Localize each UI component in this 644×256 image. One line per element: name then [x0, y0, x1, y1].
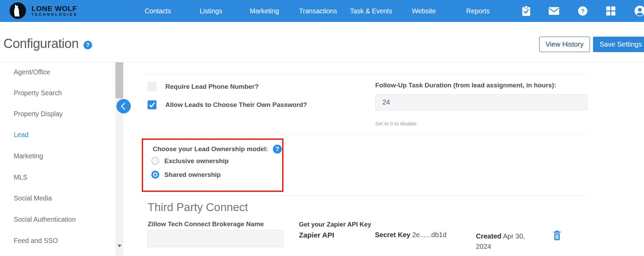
exclusive-ownership-radio[interactable] [151, 157, 159, 165]
apps-grid-icon[interactable] [606, 7, 616, 16]
followup-duration-input[interactable] [375, 94, 588, 110]
require-phone-checkbox[interactable] [148, 82, 156, 91]
svg-text:?: ? [581, 8, 584, 14]
page-title-text: Configuration [3, 36, 79, 51]
lead-settings-content: Require Lead Phone Number? Allow Leads t… [143, 62, 588, 256]
ownership-highlight-box: Choose your Lead Ownership model: ? Excl… [142, 138, 283, 192]
nav-item-reports[interactable]: Reports [466, 0, 490, 22]
created-label: Created [476, 232, 501, 240]
checkmark-icon [148, 101, 156, 109]
sidebar-item-social-media[interactable]: Social Media [14, 194, 52, 202]
followup-duration-label: Follow-Up Task Duration (from lead assig… [375, 82, 556, 89]
top-nav-bar: LONE WOLF TECHNOLOGIES Contacts Listings… [0, 0, 644, 22]
ownership-help-icon[interactable]: ? [273, 145, 282, 154]
logo-text: LONE WOLF TECHNOLOGIES [31, 5, 77, 17]
sidebar-item-property-search[interactable]: Property Search [14, 89, 62, 97]
lone-wolf-logo[interactable]: LONE WOLF TECHNOLOGIES [10, 2, 77, 19]
nav-item-marketing[interactable]: Marketing [250, 0, 279, 22]
configuration-page: LONE WOLF TECHNOLOGIES Contacts Listings… [0, 0, 644, 256]
sidebar-item-feed-sso[interactable]: Feed and SSO [14, 237, 58, 245]
allow-password-checkbox[interactable] [148, 100, 156, 109]
exclusive-ownership-option[interactable]: Exclusive ownership [151, 157, 229, 165]
page-header: Configuration ? View History Save Settin… [0, 22, 644, 62]
page-title: Configuration ? [3, 36, 92, 51]
allow-password-label[interactable]: Allow Leads to Choose Their Own Password… [165, 101, 307, 109]
view-history-button[interactable]: View History [539, 37, 590, 52]
radio-dot [154, 173, 156, 176]
third-party-connect-heading: Third Party Connect [148, 201, 248, 214]
chevron-left-icon [117, 100, 130, 113]
account-icon[interactable] [634, 5, 644, 16]
section-divider [143, 74, 588, 75]
zapier-created: Created Apr 30, 2024 [476, 231, 536, 252]
wolf-logo-icon [10, 2, 26, 19]
zillow-brokerage-input[interactable] [147, 230, 283, 247]
followup-duration-help: Set to 0 to disable. [375, 121, 418, 126]
zapier-api-name: Zapier API [299, 231, 375, 239]
logo-line2: TECHNOLOGIES [31, 12, 77, 17]
nav-item-transactions[interactable]: Transactions [299, 0, 337, 22]
delete-zapier-key-button[interactable] [553, 230, 561, 241]
sidebar-item-agent-office[interactable]: Agent/Office [14, 68, 50, 76]
zapier-api-key-link[interactable]: Get your Zapier API Key [299, 221, 371, 228]
require-phone-row[interactable]: Require Lead Phone Number? [148, 82, 258, 91]
sidebar-item-lead[interactable]: Lead [14, 131, 28, 139]
sidebar-item-property-display[interactable]: Property Display [14, 110, 63, 118]
configuration-help-icon[interactable]: ? [84, 41, 92, 49]
require-phone-label[interactable]: Require Lead Phone Number? [165, 83, 258, 90]
radio-inner-ring [153, 172, 157, 177]
trash-icon [553, 230, 561, 241]
zapier-secret-key: Secret Key 2e......db1d [375, 231, 476, 239]
ownership-model-label: Choose your Lead Ownership model: [153, 145, 268, 153]
zapier-api-row: Zapier API Secret Key 2e......db1d Creat… [299, 231, 588, 252]
logo-line1: LONE WOLF [31, 5, 77, 12]
allow-password-row[interactable]: Allow Leads to Choose Their Own Password… [148, 100, 307, 109]
nav-item-contacts[interactable]: Contacts [145, 0, 171, 22]
secret-key-label: Secret Key [375, 231, 410, 239]
sidebar-item-mls[interactable]: MLS [14, 173, 27, 181]
sidebar-scrollbar-thumb[interactable] [115, 62, 123, 98]
nav-item-task-events[interactable]: Task & Events [350, 0, 392, 22]
clipboard-check-icon[interactable] [522, 6, 531, 16]
zillow-brokerage-label: Zillow Tech Connect Brokerage Name [148, 220, 264, 228]
nav-item-website[interactable]: Website [412, 0, 436, 22]
sidebar-scroll-down-arrow[interactable] [117, 245, 122, 247]
shared-ownership-radio[interactable] [151, 171, 159, 179]
shared-ownership-label[interactable]: Shared ownership [164, 171, 221, 179]
sidebar-collapse-button[interactable] [116, 99, 131, 113]
nav-item-listings[interactable]: Listings [200, 0, 222, 22]
secret-key-value: 2e......db1d [410, 231, 446, 239]
save-settings-button[interactable]: Save Settings [593, 37, 644, 52]
exclusive-ownership-label[interactable]: Exclusive ownership [164, 157, 229, 165]
sidebar-scrollbar-track[interactable] [115, 62, 123, 256]
sidebar-item-marketing[interactable]: Marketing [14, 152, 43, 160]
shared-ownership-option[interactable]: Shared ownership [151, 171, 221, 179]
ownership-label-row: Choose your Lead Ownership model: ? [153, 145, 282, 154]
help-icon[interactable]: ? [578, 6, 588, 16]
section-divider [143, 134, 588, 135]
sidebar-item-social-auth[interactable]: Social Authentication [14, 216, 76, 223]
section-divider [143, 195, 588, 196]
settings-sidebar: Agent/Office Property Search Property Di… [0, 62, 124, 256]
mail-icon[interactable] [549, 7, 559, 15]
